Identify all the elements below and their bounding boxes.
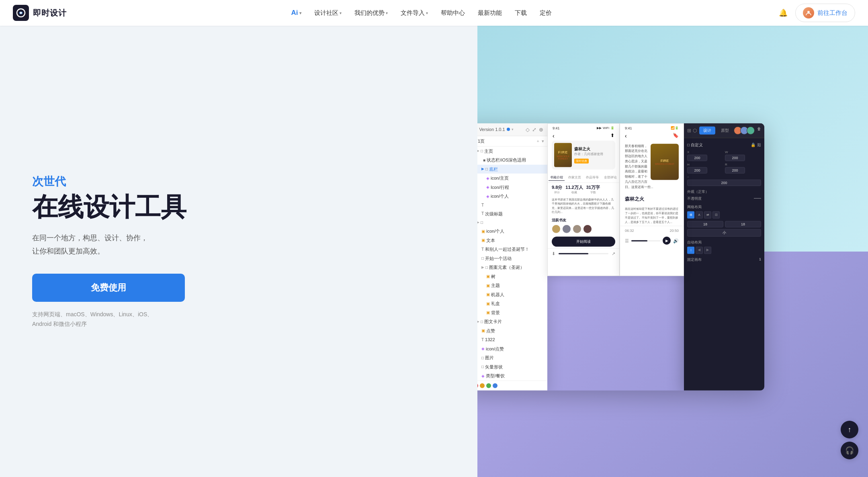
tab-prototype[interactable]: 原型 — [717, 126, 733, 134]
layer-item[interactable]: □ 开始一个活动 — [477, 254, 547, 263]
layer-item[interactable]: ▣ icon/个人 — [477, 227, 547, 236]
layer-item[interactable]: ▣ 主题 — [477, 281, 547, 290]
tab-intro[interactable]: 书籍介绍 — [549, 174, 565, 180]
share-bar-icon[interactable]: ↗ — [612, 251, 615, 256]
scroll-up-button[interactable]: ↑ — [841, 421, 858, 438]
color-palette — [477, 380, 547, 390]
nav-community[interactable]: 设计社区 ▾ — [309, 7, 347, 19]
layer-item[interactable]: ▣ 背景 — [477, 308, 547, 317]
layer-item[interactable]: ▣ 树 — [477, 272, 547, 281]
layer-item[interactable]: ▣ 礼盒 — [477, 299, 547, 308]
support-button[interactable]: 🎧 — [841, 442, 858, 459]
phone-nav-2: ‹ 🔖 — [620, 131, 684, 140]
avatar — [583, 224, 592, 233]
bookmark-icon[interactable]: 🔖 — [673, 132, 679, 139]
chevron-page-icon[interactable]: ▾ — [542, 138, 544, 143]
grid-icon-active[interactable]: ⊞ — [687, 211, 694, 218]
auto-icon-3[interactable]: ⫸ — [704, 246, 711, 254]
chevron-down-icon: ▾ — [386, 11, 388, 15]
color-dot — [493, 383, 497, 388]
play-icon[interactable]: ▶ — [663, 237, 671, 245]
layer-item[interactable]: T 次级标题 — [477, 209, 547, 218]
layer-item[interactable]: ◈ Icon/行程 — [477, 182, 547, 192]
progress-bar-2 — [631, 240, 660, 242]
x-input[interactable]: 200 — [687, 154, 707, 161]
tab-author[interactable]: 作家主页 — [567, 174, 583, 180]
w-input[interactable]: 200 — [725, 154, 745, 161]
share-icon[interactable]: ⬆ — [610, 132, 614, 139]
layers-icon[interactable]: ⊞ — [687, 127, 691, 133]
chevron-down-icon: ▾ — [299, 11, 301, 15]
trash-icon[interactable]: 🗑 — [757, 126, 761, 134]
avatar — [562, 224, 571, 233]
layer-item[interactable]: □ 图片 — [477, 353, 547, 362]
color-dot — [477, 383, 478, 388]
grid-icon-3[interactable]: ⇄ — [704, 211, 711, 218]
nav-import[interactable]: 文件导入 ▾ — [395, 7, 434, 19]
download-icon[interactable]: ⬇ — [552, 251, 555, 256]
nav-new[interactable]: 最新功能 — [472, 7, 508, 19]
grid-gutter-input[interactable]: 18 — [725, 221, 761, 227]
grid-label: 网格布局 — [687, 204, 761, 209]
phone-mockup-1: 9:41 ▶▶ WiFi 🔋 ‹ ⬆ — [547, 123, 620, 276]
stat-words: 31万字 字数 — [586, 184, 600, 194]
start-reading-button[interactable]: 开始阅读 — [552, 236, 615, 246]
book-desc: 这本书讲述了美国北部边境的森林中的火人人，几千里地的毁掉他的大火，北领地图统计下… — [548, 196, 619, 216]
r-input[interactable]: 200 — [725, 167, 745, 173]
layer-item-selected[interactable]: ▶ □ 底栏 — [477, 164, 547, 174]
layer-item[interactable]: ■ 状态栏/iOS深色适用 — [477, 156, 547, 165]
grid-size-input[interactable]: 小 — [687, 229, 761, 236]
layer-item[interactable]: ▶ □ — [477, 218, 547, 227]
free-use-button[interactable]: 免费使用 — [32, 274, 185, 302]
r-slider-input[interactable]: 200 — [687, 179, 761, 186]
nav-ai[interactable]: Ai ▾ — [286, 6, 307, 19]
panel-content: ↖ ▭ ○ ✎ ◇ T 🖼 □ ✏ 第1页 — [477, 136, 547, 390]
grid-cols-input[interactable]: 18 — [687, 221, 723, 227]
avatar — [573, 224, 581, 233]
add-icon[interactable]: + — [537, 138, 539, 143]
auto-icon-1[interactable]: ⫶ — [687, 246, 694, 254]
bell-icon[interactable]: 🔔 — [776, 6, 790, 20]
layer-item[interactable]: ◈ icon/个人 — [477, 192, 547, 201]
tab-works[interactable]: 作品等等 — [584, 174, 600, 180]
phone-mockup-2: 9:41 📶🔋 ‹ 🔖 FIRE WRECKS A FOREST — [620, 123, 684, 276]
assets-icon[interactable]: ⬡ — [693, 127, 697, 133]
phone-status-bar: 9:41 ▶▶ WiFi 🔋 — [548, 123, 619, 131]
reading-content: FIRE WRECKS A FOREST 那天春初细雨，那面还充分在北部边区的地… — [620, 140, 684, 193]
layer-item[interactable]: ◈ 类型/餐饮 — [477, 371, 547, 381]
layer-item[interactable]: □ 矢量形状 — [477, 362, 547, 371]
bottom-controls: ☰ ▶ 🔊 — [620, 235, 684, 246]
nav-advantages[interactable]: 我们的优势 ▾ — [349, 7, 393, 19]
layer-item[interactable]: ◈ icon/点赞 — [477, 344, 547, 353]
menu-list-icon[interactable]: ☰ — [625, 238, 629, 244]
grid-icon-2[interactable]: A — [696, 211, 703, 218]
tab-design[interactable]: 设计 — [699, 126, 715, 134]
logo[interactable]: 即时设计 — [13, 5, 67, 21]
tab-reviews[interactable]: 全部评论 — [602, 174, 618, 180]
nav-pricing[interactable]: 定价 — [534, 7, 557, 19]
layer-item[interactable]: ◈ icon/主页 — [477, 174, 547, 183]
version-bar: ☰ Version 1.0.1 ▾ ◇ ⤢ ⊕ — [477, 123, 547, 136]
back-icon-2[interactable]: ‹ — [625, 132, 627, 139]
layer-item[interactable]: T 1322 — [477, 335, 547, 344]
grid-icon-4[interactable]: ⊡ — [712, 211, 720, 218]
layer-item[interactable]: ▣ 文本 — [477, 235, 547, 245]
layer-item[interactable]: T — [477, 201, 547, 209]
h-input[interactable]: 200 — [687, 167, 707, 173]
layer-item[interactable]: T 和别人一起过圣诞节！ — [477, 245, 547, 254]
speaker-icon[interactable]: 🔊 — [673, 238, 679, 244]
layer-item[interactable]: ▶ □ 图案元素（圣诞） — [477, 263, 547, 272]
back-icon[interactable]: ‹ — [553, 132, 555, 139]
layer-item[interactable]: ▶ □ 图文卡片 — [477, 317, 547, 326]
hero-section: 次世代 在线设计工具 在同一个地方，构思、设计、协作， 让你和团队更加高效。 免… — [0, 26, 868, 477]
nav-help[interactable]: 帮助中心 — [435, 7, 471, 19]
layer-item[interactable]: ▶ □ 主页 — [477, 146, 547, 156]
r-slider-row: ~ 200 — [687, 175, 761, 186]
nav-download[interactable]: 下载 — [509, 7, 532, 19]
layer-item[interactable]: ▣ 点赞 — [477, 326, 547, 335]
svg-point-2 — [807, 11, 810, 13]
goto-workspace-button[interactable]: 前往工作台 — [795, 4, 855, 22]
opacity-row: 不透明度 —— — [687, 196, 761, 201]
auto-icon-2[interactable]: ⫷ — [696, 246, 703, 254]
layer-item[interactable]: ▣ 机器人 — [477, 290, 547, 299]
